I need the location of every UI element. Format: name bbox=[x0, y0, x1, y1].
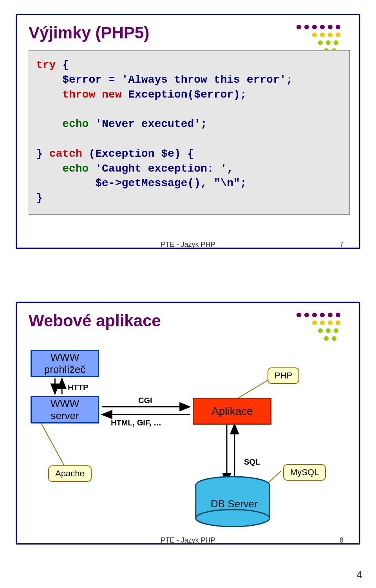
footer-text: PTE - Jazyk PHP bbox=[161, 536, 215, 545]
box-browser: WWW prohlížeč bbox=[31, 350, 99, 377]
db-server-label: DB Server bbox=[211, 498, 258, 510]
code-text: (Exception $e) { bbox=[82, 148, 194, 160]
code-kw-try: try bbox=[36, 59, 56, 71]
slide-2: Webové aplikace bbox=[16, 302, 360, 545]
label-sql: SQL bbox=[244, 458, 260, 467]
code-text: 'Never executed'; bbox=[89, 118, 207, 130]
svg-point-14 bbox=[196, 510, 269, 527]
footer-text: PTE - Jazyk PHP bbox=[161, 241, 215, 249]
svg-point-10 bbox=[196, 477, 269, 494]
slide-number: 8 bbox=[340, 536, 343, 545]
code-kw-echo: echo bbox=[36, 118, 89, 130]
code-text: Exception($error); bbox=[121, 89, 246, 101]
callout-php: PHP bbox=[268, 367, 299, 384]
code-text: } bbox=[36, 148, 49, 160]
callout-mysql: MySQL bbox=[283, 464, 326, 481]
code-text: { bbox=[56, 59, 69, 71]
box-app: Aplikace bbox=[193, 398, 271, 425]
slide-title: Výjimky (PHP5) bbox=[29, 24, 149, 42]
code-line: $error = 'Always throw this error'; bbox=[36, 74, 293, 86]
label-cgi: CGI bbox=[138, 396, 152, 405]
code-kw-throw-new: throw new bbox=[36, 89, 121, 101]
svg-line-7 bbox=[260, 471, 281, 491]
label-html: HTML, GIF, … bbox=[111, 418, 161, 427]
code-block: try { $error = 'Always throw this error'… bbox=[29, 50, 350, 215]
code-kw-echo: echo bbox=[36, 163, 89, 175]
box-server: WWW server bbox=[31, 396, 99, 423]
document-page-number: 4 bbox=[357, 569, 362, 581]
callout-apache: Apache bbox=[48, 465, 92, 482]
svg-line-5 bbox=[41, 422, 64, 465]
code-line: $e->getMessage(), "\n"; bbox=[36, 177, 247, 189]
slide-number: 7 bbox=[340, 241, 343, 249]
code-line: } bbox=[36, 192, 43, 204]
page-container: Výjimky (PHP5) try { $error = 'Always th… bbox=[0, 0, 376, 588]
architecture-diagram: WWW prohlížeč WWW server Aplikace DB Ser… bbox=[17, 303, 359, 543]
code-kw-catch: catch bbox=[49, 148, 82, 160]
code-text: 'Caught exception: ', bbox=[89, 163, 233, 175]
label-http: HTTP bbox=[68, 383, 88, 392]
slide-1: Výjimky (PHP5) try { $error = 'Always th… bbox=[16, 14, 360, 249]
